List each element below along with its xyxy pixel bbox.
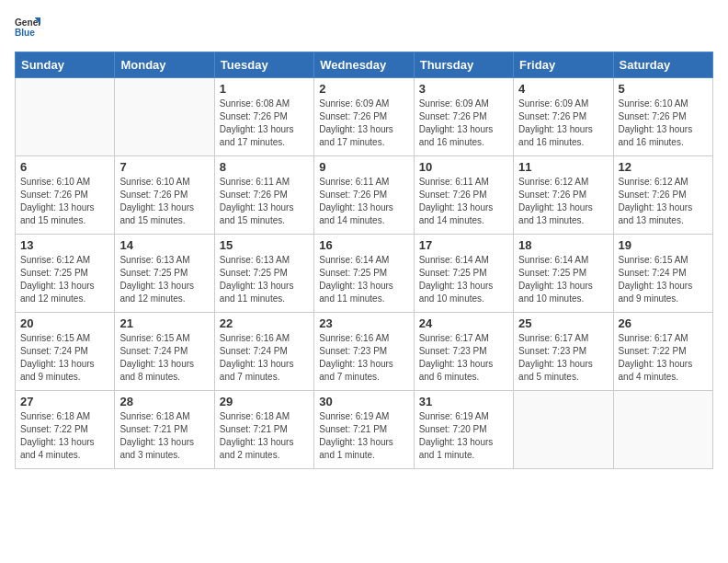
day-number: 22 [220, 316, 309, 330]
day-number: 27 [20, 395, 109, 408]
day-info: Sunrise: 6:09 AM Sunset: 7:26 PM Dayligh… [319, 98, 408, 149]
calendar-cell: 26Sunrise: 6:17 AM Sunset: 7:22 PM Dayli… [613, 313, 712, 391]
calendar-table: SundayMondayTuesdayWednesdayThursdayFrid… [15, 52, 713, 469]
day-number: 29 [220, 395, 309, 408]
calendar-cell: 6Sunrise: 6:10 AM Sunset: 7:26 PM Daylig… [16, 156, 115, 235]
day-number: 18 [518, 238, 608, 252]
day-number: 20 [20, 316, 109, 330]
day-number: 16 [319, 238, 408, 252]
calendar-cell: 29Sunrise: 6:18 AM Sunset: 7:21 PM Dayli… [214, 391, 313, 469]
calendar-cell: 1Sunrise: 6:08 AM Sunset: 7:26 PM Daylig… [214, 78, 313, 156]
day-info: Sunrise: 6:10 AM Sunset: 7:26 PM Dayligh… [619, 98, 708, 149]
day-info: Sunrise: 6:09 AM Sunset: 7:26 PM Dayligh… [419, 98, 508, 149]
day-number: 2 [319, 82, 408, 96]
day-info: Sunrise: 6:19 AM Sunset: 7:21 PM Dayligh… [319, 410, 408, 462]
calendar-cell: 3Sunrise: 6:09 AM Sunset: 7:26 PM Daylig… [414, 78, 513, 156]
calendar-week-row: 13Sunrise: 6:12 AM Sunset: 7:25 PM Dayli… [16, 235, 713, 313]
day-number: 17 [419, 238, 508, 252]
calendar-cell: 22Sunrise: 6:16 AM Sunset: 7:24 PM Dayli… [214, 313, 313, 391]
calendar-cell: 27Sunrise: 6:18 AM Sunset: 7:22 PM Dayli… [16, 391, 115, 469]
day-number: 14 [119, 238, 209, 252]
calendar-cell: 30Sunrise: 6:19 AM Sunset: 7:21 PM Dayli… [314, 391, 414, 469]
calendar-cell [613, 391, 712, 469]
day-number: 6 [20, 160, 109, 174]
calendar-cell: 28Sunrise: 6:18 AM Sunset: 7:21 PM Dayli… [115, 391, 214, 469]
day-info: Sunrise: 6:11 AM Sunset: 7:26 PM Dayligh… [220, 176, 309, 227]
calendar-cell [16, 78, 115, 156]
day-info: Sunrise: 6:13 AM Sunset: 7:25 PM Dayligh… [119, 254, 209, 305]
day-info: Sunrise: 6:19 AM Sunset: 7:20 PM Dayligh… [419, 410, 508, 462]
day-number: 15 [220, 238, 309, 252]
day-number: 1 [220, 82, 309, 96]
day-info: Sunrise: 6:11 AM Sunset: 7:26 PM Dayligh… [319, 176, 408, 227]
day-number: 5 [619, 82, 708, 96]
calendar-week-row: 27Sunrise: 6:18 AM Sunset: 7:22 PM Dayli… [16, 391, 713, 469]
calendar-cell [514, 391, 613, 469]
day-of-week-header: Friday [514, 52, 613, 78]
day-info: Sunrise: 6:12 AM Sunset: 7:26 PM Dayligh… [518, 176, 608, 227]
day-number: 28 [119, 395, 209, 408]
day-info: Sunrise: 6:14 AM Sunset: 7:25 PM Dayligh… [518, 254, 608, 305]
day-of-week-header: Wednesday [314, 52, 414, 78]
day-number: 25 [518, 316, 608, 330]
day-info: Sunrise: 6:15 AM Sunset: 7:24 PM Dayligh… [119, 332, 209, 384]
day-number: 3 [419, 82, 508, 96]
day-info: Sunrise: 6:18 AM Sunset: 7:21 PM Dayligh… [119, 410, 209, 462]
day-info: Sunrise: 6:15 AM Sunset: 7:24 PM Dayligh… [619, 254, 708, 305]
calendar-cell: 12Sunrise: 6:12 AM Sunset: 7:26 PM Dayli… [613, 156, 712, 235]
day-info: Sunrise: 6:10 AM Sunset: 7:26 PM Dayligh… [119, 176, 209, 227]
logo-icon: General Blue [15, 15, 40, 40]
calendar-cell: 24Sunrise: 6:17 AM Sunset: 7:23 PM Dayli… [414, 313, 513, 391]
day-info: Sunrise: 6:08 AM Sunset: 7:26 PM Dayligh… [220, 98, 309, 149]
day-number: 11 [518, 160, 608, 174]
calendar-cell: 19Sunrise: 6:15 AM Sunset: 7:24 PM Dayli… [613, 235, 712, 313]
page-header: General Blue [15, 15, 713, 40]
day-info: Sunrise: 6:14 AM Sunset: 7:25 PM Dayligh… [419, 254, 508, 305]
calendar-cell: 18Sunrise: 6:14 AM Sunset: 7:25 PM Dayli… [514, 235, 613, 313]
calendar-cell: 7Sunrise: 6:10 AM Sunset: 7:26 PM Daylig… [115, 156, 214, 235]
day-number: 24 [419, 316, 508, 330]
day-number: 30 [319, 395, 408, 408]
calendar-cell: 13Sunrise: 6:12 AM Sunset: 7:25 PM Dayli… [16, 235, 115, 313]
day-number: 19 [619, 238, 708, 252]
day-info: Sunrise: 6:17 AM Sunset: 7:23 PM Dayligh… [518, 332, 608, 384]
day-info: Sunrise: 6:12 AM Sunset: 7:25 PM Dayligh… [20, 254, 109, 305]
day-of-week-header: Tuesday [214, 52, 313, 78]
day-info: Sunrise: 6:09 AM Sunset: 7:26 PM Dayligh… [518, 98, 608, 149]
day-info: Sunrise: 6:17 AM Sunset: 7:23 PM Dayligh… [419, 332, 508, 384]
calendar-cell: 23Sunrise: 6:16 AM Sunset: 7:23 PM Dayli… [314, 313, 414, 391]
day-info: Sunrise: 6:18 AM Sunset: 7:22 PM Dayligh… [20, 410, 109, 462]
day-info: Sunrise: 6:16 AM Sunset: 7:24 PM Dayligh… [220, 332, 309, 384]
calendar-cell: 14Sunrise: 6:13 AM Sunset: 7:25 PM Dayli… [115, 235, 214, 313]
day-info: Sunrise: 6:18 AM Sunset: 7:21 PM Dayligh… [220, 410, 309, 462]
calendar-cell: 11Sunrise: 6:12 AM Sunset: 7:26 PM Dayli… [514, 156, 613, 235]
day-of-week-header: Thursday [414, 52, 513, 78]
day-number: 9 [319, 160, 408, 174]
day-number: 21 [119, 316, 209, 330]
calendar-cell: 15Sunrise: 6:13 AM Sunset: 7:25 PM Dayli… [214, 235, 313, 313]
day-number: 12 [619, 160, 708, 174]
day-number: 23 [319, 316, 408, 330]
day-info: Sunrise: 6:17 AM Sunset: 7:22 PM Dayligh… [619, 332, 708, 384]
calendar-cell: 10Sunrise: 6:11 AM Sunset: 7:26 PM Dayli… [414, 156, 513, 235]
calendar-cell: 17Sunrise: 6:14 AM Sunset: 7:25 PM Dayli… [414, 235, 513, 313]
day-info: Sunrise: 6:12 AM Sunset: 7:26 PM Dayligh… [619, 176, 708, 227]
day-info: Sunrise: 6:14 AM Sunset: 7:25 PM Dayligh… [319, 254, 408, 305]
calendar-cell: 16Sunrise: 6:14 AM Sunset: 7:25 PM Dayli… [314, 235, 414, 313]
calendar-cell: 2Sunrise: 6:09 AM Sunset: 7:26 PM Daylig… [314, 78, 414, 156]
calendar-cell: 21Sunrise: 6:15 AM Sunset: 7:24 PM Dayli… [115, 313, 214, 391]
day-number: 13 [20, 238, 109, 252]
day-of-week-header: Monday [115, 52, 214, 78]
calendar-cell: 8Sunrise: 6:11 AM Sunset: 7:26 PM Daylig… [214, 156, 313, 235]
day-info: Sunrise: 6:16 AM Sunset: 7:23 PM Dayligh… [319, 332, 408, 384]
day-info: Sunrise: 6:11 AM Sunset: 7:26 PM Dayligh… [419, 176, 508, 227]
day-info: Sunrise: 6:10 AM Sunset: 7:26 PM Dayligh… [20, 176, 109, 227]
calendar-header-row: SundayMondayTuesdayWednesdayThursdayFrid… [16, 52, 713, 78]
calendar-week-row: 6Sunrise: 6:10 AM Sunset: 7:26 PM Daylig… [16, 156, 713, 235]
day-info: Sunrise: 6:13 AM Sunset: 7:25 PM Dayligh… [220, 254, 309, 305]
logo: General Blue [15, 15, 40, 40]
calendar-week-row: 20Sunrise: 6:15 AM Sunset: 7:24 PM Dayli… [16, 313, 713, 391]
calendar-cell: 4Sunrise: 6:09 AM Sunset: 7:26 PM Daylig… [514, 78, 613, 156]
calendar-cell: 31Sunrise: 6:19 AM Sunset: 7:20 PM Dayli… [414, 391, 513, 469]
day-of-week-header: Sunday [16, 52, 115, 78]
